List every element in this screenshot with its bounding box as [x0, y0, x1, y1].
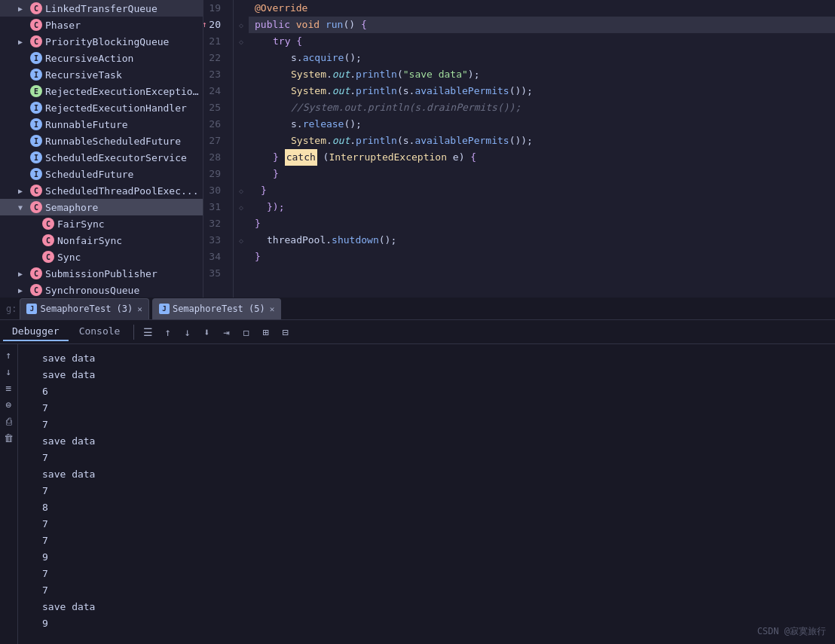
tab-label-1: SemaphoreTest (3)	[40, 304, 133, 314]
tab-label-2: SemaphoreTest (5)	[173, 304, 265, 314]
sidebar-item-label: PriorityBlockingQueue	[45, 36, 169, 47]
sidebar-item-NonfairSync[interactable]: C NonfairSync	[0, 232, 203, 249]
toolbar-btn-up[interactable]: ↑	[158, 323, 176, 341]
tab-icon-2: J	[159, 304, 170, 314]
tab-icon-1: J	[26, 304, 37, 314]
sidebar-item-RunnableScheduledFuture[interactable]: I RunnableScheduledFuture	[0, 133, 203, 149]
sidebar-item-ScheduledExecutorService[interactable]: I ScheduledExecutorService	[0, 149, 203, 166]
console-output: save data save data 6 7 7 save data 7 sa…	[18, 344, 835, 644]
gutter-19	[234, 0, 249, 17]
sidebar-item-RejectedExecutionHandler[interactable]: I RejectedExecutionHandler	[0, 99, 203, 116]
code-line-19: @Override	[249, 0, 835, 17]
tab-close-2[interactable]: ✕	[270, 304, 275, 314]
console-line-15: 7	[42, 582, 829, 599]
tab-close-1[interactable]: ✕	[137, 304, 142, 314]
left-btn-list[interactable]: ≡	[2, 380, 17, 395]
line-num-29: 29	[203, 166, 227, 182]
sidebar-item-label: Sync	[57, 252, 81, 263]
string-save-data: "save data"	[403, 66, 468, 83]
gutter-25	[234, 99, 249, 116]
console-line-13: 9	[42, 549, 829, 566]
console-line-8: save data	[42, 466, 829, 483]
tab-semaphoretest-3[interactable]: J SemaphoreTest (3) ✕	[20, 298, 148, 319]
console-line-5: 7	[42, 417, 829, 433]
sidebar-item-label: RecursiveAction	[45, 53, 133, 64]
keyword-public: public	[255, 17, 296, 33]
line-num-19: 19	[203, 0, 227, 17]
toolbar-btn-down[interactable]: ↓	[178, 323, 196, 341]
sidebar-item-FairSync[interactable]: C FairSync	[0, 215, 203, 232]
bottom-content: ↑ ↓ ≡ ⊜ ⎙ 🗑 save data save data 6 7 7 sa…	[0, 344, 835, 644]
gutter-34	[234, 249, 249, 265]
sidebar-item-RejectedExecutionException[interactable]: E RejectedExecutionExceptio...	[0, 83, 203, 99]
arrow-icon: ▶	[18, 286, 30, 295]
code-line-31: });	[249, 199, 835, 215]
toolbar-btn-stop[interactable]: ◻	[237, 323, 255, 341]
class-icon: C	[30, 19, 42, 31]
type-system-2: System	[291, 83, 326, 99]
class-icon: C	[30, 185, 42, 197]
interface-icon: I	[30, 52, 42, 64]
console-line-17: 9	[42, 615, 829, 632]
exception-icon: E	[30, 85, 42, 97]
gutter-24	[234, 83, 249, 99]
keyword-try: try	[273, 33, 296, 50]
paren-acquire: ();	[344, 50, 361, 66]
sidebar-item-Phaser[interactable]: C Phaser	[0, 17, 203, 33]
sidebar-item-SubmissionPublisher[interactable]: ▶ C SubmissionPublisher	[0, 265, 203, 282]
code-line-30: }	[249, 182, 835, 199]
sidebar-item-RecursiveTask[interactable]: I RecursiveTask	[0, 66, 203, 83]
line-num-23: 23	[203, 66, 227, 83]
tab-prefix: g:	[6, 304, 17, 314]
toolbar-tab-debugger[interactable]: Debugger	[3, 322, 69, 341]
toolbar-btn-grid[interactable]: ⊞	[256, 323, 274, 341]
gutter-30: ◇	[234, 182, 249, 199]
line-num-20: ↑ 20	[203, 17, 227, 33]
toolbar-btn-menu[interactable]: ☰	[139, 323, 157, 341]
class-icon: C	[42, 234, 54, 246]
class-icon: C	[30, 201, 42, 213]
left-btn-down[interactable]: ↓	[2, 364, 17, 379]
code-line-33: threadPool.shutdown();	[249, 232, 835, 249]
tab-semaphoretest-5[interactable]: J SemaphoreTest (5) ✕	[152, 298, 281, 319]
console-line-11: 7	[42, 516, 829, 533]
sidebar-item-label: LinkedTransferQueue	[45, 3, 158, 14]
left-btn-delete[interactable]: 🗑	[2, 430, 17, 445]
paren: ()	[343, 17, 360, 33]
sidebar-item-ScheduledThreadPoolExecutor[interactable]: ▶ C ScheduledThreadPoolExec...	[0, 182, 203, 199]
sidebar-item-PriorityBlockingQueue[interactable]: ▶ C PriorityBlockingQueue	[0, 33, 203, 50]
line-num-27: 27	[203, 133, 227, 149]
bottom-panel: g: J SemaphoreTest (3) ✕ J SemaphoreTest…	[0, 298, 835, 644]
gutter-23	[234, 66, 249, 83]
method-println-1: println	[356, 66, 397, 83]
gutter-35	[234, 265, 249, 282]
toolbar-btn-step[interactable]: ⇥	[217, 323, 235, 341]
gutter-20: ◇	[234, 17, 249, 33]
arrow-icon: ▶	[18, 5, 30, 13]
sidebar-item-label: FairSync	[57, 218, 105, 230]
left-btn-print[interactable]: ⎙	[2, 414, 17, 429]
console-line-16: save data	[42, 599, 829, 615]
sidebar-item-Sync[interactable]: C Sync	[0, 249, 203, 265]
left-btn-list2[interactable]: ⊜	[2, 397, 17, 412]
code-line-21: try {	[249, 33, 835, 50]
sidebar-item-SynchronousQueue[interactable]: ▶ C SynchronousQueue	[0, 282, 203, 298]
console-line-4: 7	[42, 400, 829, 417]
toolbar-btn-down2[interactable]: ⬇	[197, 323, 216, 341]
sidebar-item-RunnableFuture[interactable]: I RunnableFuture	[0, 116, 203, 133]
toolbar-btn-grid2[interactable]: ⊟	[276, 323, 294, 341]
left-btn-up[interactable]: ↑	[2, 347, 17, 362]
console-line-14: 7	[42, 566, 829, 582]
sidebar-item-ScheduledFuture[interactable]: I ScheduledFuture	[0, 166, 203, 182]
sidebar-item-label: NonfairSync	[57, 235, 122, 246]
code-line-25: //System.out.println(s.drainPermits());	[249, 99, 835, 116]
toolbar-tab-console[interactable]: Console	[70, 322, 130, 341]
comment-drainPermits: //System.out.println(s.drainPermits());	[291, 99, 521, 116]
sidebar-item-RecursiveAction[interactable]: I RecursiveAction	[0, 50, 203, 66]
sidebar-item-Semaphore[interactable]: ▼ C Semaphore	[0, 199, 203, 215]
gutter-29	[234, 166, 249, 182]
line-num-30: 30	[203, 182, 227, 199]
interface-icon: I	[30, 151, 42, 163]
method-availablePermits-2: availablePermits	[414, 133, 509, 149]
sidebar-item-LinkedTransferQueue[interactable]: ▶ C LinkedTransferQueue	[0, 0, 203, 17]
